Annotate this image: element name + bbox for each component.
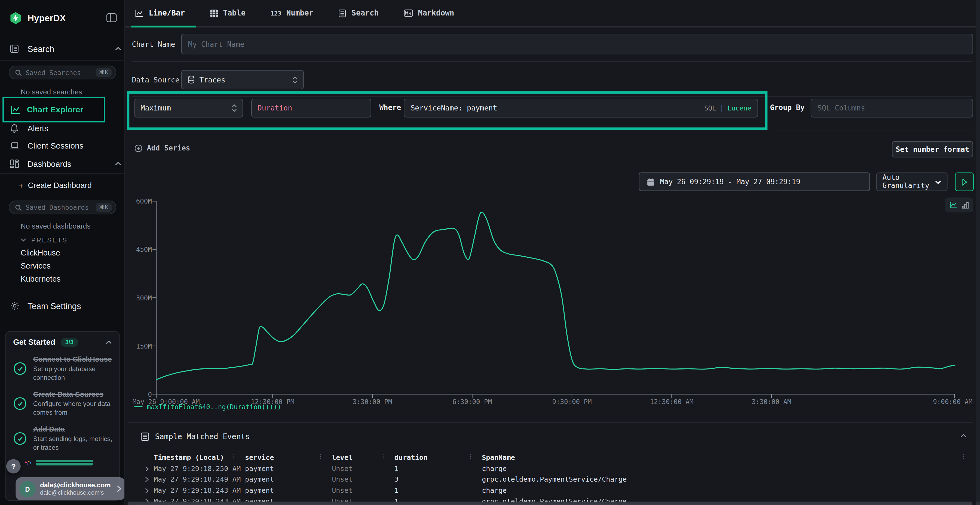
group-by-input[interactable]	[811, 99, 973, 118]
chart-type-tabs: Line/Bar Table 123 Number	[125, 0, 980, 26]
where-input[interactable]: ServiceName: payment SQL | Lucene	[404, 99, 758, 118]
column-resize-handle[interactable]: ⋮	[317, 454, 324, 460]
create-dashboard-button[interactable]: + Create Dashboard	[19, 181, 92, 190]
cell-spanname: grpc.oteldemo.PaymentService/Charge	[482, 475, 960, 483]
y-axis-labels: 600M450M300M150M0	[127, 0, 152, 437]
column-resize-handle[interactable]: ⋮	[468, 454, 474, 460]
timeseries-chart[interactable]	[152, 200, 959, 400]
presets-label: PRESETS	[31, 236, 67, 244]
expand-row-icon[interactable]	[145, 466, 154, 472]
table-row[interactable]: May 27 9:29:18.243 AM payment Unset 1 ch…	[145, 485, 960, 495]
legend-label: maxIf(toFloat640..ng(Duration)))))	[147, 403, 281, 411]
list-icon	[141, 432, 150, 441]
preset-kubernetes[interactable]: Kubernetes	[21, 275, 61, 284]
select-chevrons-icon	[293, 76, 297, 84]
tab-table[interactable]: Table	[210, 9, 245, 17]
tab-label: Search	[352, 9, 379, 17]
field-select[interactable]: Duration	[251, 99, 371, 118]
search-icon	[15, 69, 22, 76]
expand-row-icon[interactable]	[145, 488, 154, 493]
saved-dashboards-input[interactable]: Saved Dashboards ⌘K	[9, 200, 116, 214]
expand-row-icon[interactable]	[145, 477, 154, 483]
checklist-item[interactable]: Add Data Start sending logs, metrics, or…	[13, 425, 112, 452]
column-header[interactable]: SpanName	[482, 453, 960, 462]
run-query-button[interactable]	[955, 173, 974, 191]
confetti-icon	[24, 460, 32, 467]
sidebar-item-search[interactable]: Search	[27, 44, 54, 54]
chevron-up-icon[interactable]	[106, 340, 112, 344]
date-range-picker[interactable]: May 26 09:29:19 - May 27 09:29:19	[639, 173, 870, 191]
tab-number[interactable]: 123 Number	[270, 9, 313, 17]
avatar: D	[19, 481, 36, 497]
plus-icon: +	[19, 181, 24, 190]
y-tick-label: 150M	[136, 342, 152, 350]
database-icon	[188, 76, 195, 84]
user-menu[interactable]: D dale@clickhouse.com dale@clickhouse.co…	[16, 477, 125, 500]
group-by-label: Group By	[770, 103, 805, 112]
cell-duration: 1	[395, 486, 482, 494]
table-options-handle[interactable]: ⋮	[961, 454, 967, 460]
preset-clickhouse[interactable]: ClickHouse	[21, 249, 60, 257]
granularity-select[interactable]: Auto Granularity	[876, 173, 948, 191]
events-table-header: Timestamp (Local) service level duration…	[145, 452, 960, 462]
table-row[interactable]: May 27 9:29:18.250 AM payment Unset 1 ch…	[145, 464, 960, 474]
cell-timestamp: May 27 9:29:18.249 AM	[154, 475, 245, 483]
tab-search[interactable]: Search	[338, 9, 379, 17]
add-series-label: Add Series	[147, 144, 190, 152]
chart-name-input[interactable]	[181, 34, 973, 54]
lucene-mode-toggle[interactable]: Lucene	[728, 104, 751, 112]
chevron-up-icon[interactable]	[115, 162, 121, 166]
granularity-value: Auto Granularity	[883, 173, 931, 190]
table-icon	[210, 9, 218, 17]
data-source-select[interactable]: Traces	[181, 70, 304, 89]
sidebar-item-client-sessions[interactable]: Client Sessions	[27, 141, 84, 151]
where-value: ServiceName: payment	[410, 104, 497, 113]
x-tick-label: 12:30:00 AM	[650, 398, 694, 406]
sidebar-item-label: Chart Explorer	[27, 105, 83, 114]
horizontal-scrollbar[interactable]	[127, 502, 972, 505]
user-subtitle: dale@clickhouse.com's	[40, 489, 111, 497]
help-button[interactable]: ?	[6, 459, 21, 474]
sql-mode-toggle[interactable]: SQL	[704, 104, 716, 112]
column-resize-handle[interactable]: ⋮	[380, 454, 386, 460]
cell-duration: 3	[395, 475, 482, 483]
chevron-right-icon	[117, 485, 121, 492]
sidebar-item-team-settings[interactable]: Team Settings	[27, 302, 81, 311]
aggregation-select[interactable]: Maximum	[134, 99, 243, 118]
chart-legend: maxIf(toFloat640..ng(Duration)))))	[134, 403, 281, 411]
checklist-item-title: Connect to ClickHouse	[33, 355, 117, 364]
get-started-title: Get Started	[13, 338, 55, 347]
set-number-format-button[interactable]: Set number format	[892, 141, 973, 157]
vertical-scrollbar[interactable]	[976, 0, 980, 505]
chevron-up-icon[interactable]	[115, 47, 121, 51]
toggle-divider: |	[720, 104, 724, 112]
cell-level: Unset	[332, 475, 395, 483]
table-row[interactable]: May 27 9:29:18.249 AM payment Unset 3 gr…	[145, 475, 960, 484]
sidebar: HyperDX Search Saved Searches ⌘K No save…	[0, 0, 125, 505]
cell-service: payment	[245, 475, 332, 483]
data-source-value: Traces	[199, 75, 225, 84]
events-section-header[interactable]: Sample Matched Events	[141, 432, 250, 441]
cell-level: Unset	[332, 464, 395, 473]
sidebar-item-chart-explorer[interactable]: Chart Explorer	[2, 97, 105, 122]
x-tick-label: 6:30:00 PM	[452, 398, 492, 406]
column-resize-handle[interactable]: ⋮	[230, 454, 236, 460]
create-dashboard-label: Create Dashboard	[28, 181, 92, 190]
sidebar-item-alerts[interactable]: Alerts	[27, 124, 48, 133]
cell-duration: 1	[395, 464, 482, 473]
presets-toggle[interactable]: PRESETS	[21, 236, 67, 244]
collapse-sidebar-icon[interactable]	[106, 13, 117, 22]
bar-chart-icon[interactable]	[962, 201, 969, 209]
preset-services[interactable]: Services	[21, 262, 51, 270]
tab-markdown[interactable]: Markdown	[404, 9, 454, 17]
saved-searches-input[interactable]: Saved Searches ⌘K	[9, 65, 116, 79]
get-started-card: Get Started 3/3 Connect to ClickHouse Se…	[5, 331, 120, 501]
cell-spanname: charge	[482, 486, 960, 494]
brand-title: HyperDX	[27, 13, 66, 23]
checklist-item[interactable]: Connect to ClickHouse Set up your databa…	[13, 355, 112, 382]
checklist-item[interactable]: Create Data Sources Configure where your…	[13, 390, 112, 417]
events-section-title: Sample Matched Events	[155, 432, 250, 441]
saved-searches-placeholder: Saved Searches	[25, 69, 96, 76]
collapse-events-icon[interactable]	[960, 434, 967, 438]
sidebar-item-dashboards[interactable]: Dashboards	[27, 159, 71, 168]
